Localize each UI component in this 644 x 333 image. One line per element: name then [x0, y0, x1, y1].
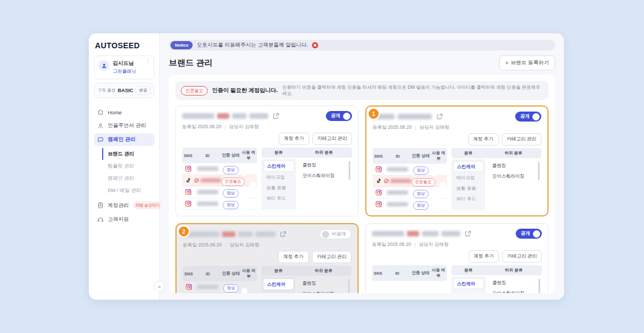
- redacted-brand-name: [255, 231, 275, 237]
- verification-info-bar: 인증필요 인증이 필요한 계정입니다. 인증하기 버튼을 클릭하여 계정 인증을…: [175, 81, 549, 100]
- category-item-selected[interactable]: 스킨케어: [453, 161, 484, 172]
- category-item-selected[interactable]: 스킨케어: [263, 279, 294, 290]
- manage-category-button[interactable]: 카테고리 관리: [502, 133, 541, 145]
- register-brand-button[interactable]: + 브랜드 등록하기: [499, 56, 555, 70]
- sidebar-item-campaign-management[interactable]: 캠페인 관리: [94, 173, 154, 184]
- sidebar-item-dm-mail[interactable]: DM / 메일 관리: [94, 185, 154, 196]
- add-account-button[interactable]: 계정 추가: [279, 133, 309, 145]
- brand-card-1: 공개 등록일 2025.08.20 | 담당자 김해령 계정 추가 카테고리 관…: [175, 105, 359, 216]
- add-account-button[interactable]: 계정 추가: [468, 133, 498, 145]
- page-title: 브랜드 관리: [169, 58, 213, 68]
- account-id-redacted[interactable]: [384, 179, 411, 183]
- col-sns: SNS: [183, 271, 194, 276]
- scrollbar[interactable]: [349, 161, 350, 180]
- profile-card[interactable]: 김시드님 그린플래닛 ⋮: [94, 56, 154, 79]
- category-item[interactable]: 생활 용품: [453, 183, 484, 193]
- open-link-icon[interactable]: [280, 231, 286, 238]
- brand-card-2: 1 공개 등록일 2025.08.20 | 담당자 김해령: [365, 105, 549, 216]
- redacted-brand-name: [372, 231, 404, 236]
- open-link-icon[interactable]: [273, 113, 279, 119]
- instagram-icon: [182, 200, 194, 207]
- sidebar-item-campaign[interactable]: 캠페인 관리: [94, 133, 154, 146]
- registered-date: 등록일 2025.08.20: [183, 242, 222, 249]
- visibility-label: 공개: [331, 113, 340, 119]
- sidebar-item-account[interactable]: 계정관리 20명 승인대기: [94, 199, 154, 212]
- app-window: AUTOSEED 김시드님 그린플래닛 ⋮ 구독 플랜 BASIC 변경 Hom…: [89, 33, 564, 300]
- account-id-redacted[interactable]: [194, 178, 221, 183]
- notice-bar[interactable]: Notice 오토시드를 이용해주시는 고객분들께 알립니다.: [169, 40, 555, 51]
- category-item[interactable]: 메이크업: [453, 290, 484, 293]
- instagram-icon: [373, 166, 384, 173]
- visibility-toggle[interactable]: 공개: [326, 111, 352, 121]
- user-org: 그린플래닛: [113, 68, 137, 75]
- sidebar-item-home[interactable]: Home: [94, 106, 154, 118]
- sidebar-item-brand-management[interactable]: 브랜드 관리: [102, 148, 154, 160]
- manager-name: 담당자 김해령: [419, 241, 449, 248]
- col-use: 사용 여부: [430, 150, 446, 162]
- scrollbar[interactable]: [538, 162, 540, 180]
- sidebar-item-support[interactable]: 고객지원: [94, 213, 154, 226]
- account-table: SNS ID 인증 상태 사용 여부 ! 등록된 계정이 없습니다: [372, 265, 447, 293]
- plan-value: BASIC: [118, 88, 133, 93]
- visibility-label: 비공개: [332, 231, 346, 238]
- col-id: ID: [384, 271, 411, 276]
- account-id-redacted[interactable]: [384, 202, 411, 206]
- scrollbar[interactable]: [539, 279, 540, 293]
- open-link-icon[interactable]: [436, 113, 443, 120]
- category-item[interactable]: 메이크업: [263, 290, 294, 293]
- account-table: SNS ID 인증 상태 사용 여부 정상: [182, 148, 257, 210]
- redacted-brand-name: [398, 114, 432, 119]
- manage-category-button[interactable]: 카테고리 관리: [312, 251, 351, 263]
- subcategory-item: 클렌징: [303, 162, 345, 168]
- category-item[interactable]: 뷰티 푸드: [263, 193, 294, 203]
- category-table: 분류 하위 분류 스킨케어 메이크업 생활 용품 뷰티 푸드: [451, 148, 541, 210]
- manage-category-button[interactable]: 카테고리 관리: [313, 133, 352, 145]
- col-id: ID: [194, 271, 221, 276]
- col-status: 인증 상태: [221, 153, 240, 158]
- col-category: 분류: [261, 150, 296, 155]
- kebab-menu-icon[interactable]: ⋮: [145, 58, 151, 64]
- plan-label: 구독 플랜: [98, 88, 115, 93]
- category-item[interactable]: 메이크업: [263, 172, 294, 182]
- category-item[interactable]: 뷰티 푸드: [453, 194, 484, 204]
- pending-approval-badge: 20명 승인대기: [133, 201, 162, 209]
- toggle-knob: [322, 231, 329, 238]
- status-pill: 정상: [223, 166, 239, 174]
- toggle-knob: [343, 113, 350, 120]
- scrollbar[interactable]: [348, 279, 350, 293]
- notice-new-icon: [312, 42, 318, 48]
- account-id-redacted[interactable]: [194, 190, 221, 194]
- visibility-label: 공개: [521, 230, 530, 237]
- plan-change-button[interactable]: 변경: [135, 86, 150, 95]
- add-account-button[interactable]: 계정 추가: [469, 250, 499, 263]
- sidebar-item-influencer[interactable]: 인플루언서 관리: [94, 119, 154, 132]
- account-id-redacted[interactable]: [194, 201, 221, 206]
- status-pill: 정상: [223, 189, 239, 198]
- account-id-redacted[interactable]: [384, 190, 411, 195]
- account-id-redacted[interactable]: [194, 167, 221, 171]
- col-id: ID: [194, 153, 221, 158]
- category-item[interactable]: 메이크업: [453, 173, 484, 183]
- manage-category-button[interactable]: 카테고리 관리: [502, 250, 542, 263]
- col-use: 사용 여부: [240, 150, 257, 161]
- category-item[interactable]: 생활 용품: [263, 183, 294, 193]
- verification-needed-badge: 인증필요: [181, 86, 208, 95]
- category-item-selected[interactable]: 스킨케어: [263, 160, 294, 171]
- avatar: [98, 60, 109, 71]
- account-row: 정상: [182, 186, 257, 198]
- open-link-icon[interactable]: [465, 230, 471, 237]
- visibility-toggle[interactable]: 비공개: [320, 229, 352, 239]
- campaign-subnav: 브랜드 관리 템플릿 관리 캠페인 관리 DM / 메일 관리: [94, 148, 154, 196]
- subcategory-item: 모이스춰라이징: [492, 290, 535, 293]
- category-item-selected[interactable]: 스킨케어: [453, 278, 484, 289]
- sidebar-collapse-button[interactable]: «: [154, 281, 165, 292]
- account-id-redacted[interactable]: [194, 285, 221, 289]
- visibility-toggle[interactable]: 공개: [516, 229, 542, 239]
- col-category: 분류: [451, 268, 486, 273]
- category-table: 분류 하위 분류 스킨케어 메이크업 생활 용품 뷰티 푸드: [451, 265, 542, 293]
- redacted-brand-name: [238, 231, 253, 237]
- sidebar-item-template-management[interactable]: 템플릿 관리: [94, 160, 154, 172]
- visibility-toggle[interactable]: 공개: [515, 112, 541, 122]
- add-account-button[interactable]: 계정 추가: [278, 251, 308, 263]
- account-id-redacted[interactable]: [384, 167, 411, 171]
